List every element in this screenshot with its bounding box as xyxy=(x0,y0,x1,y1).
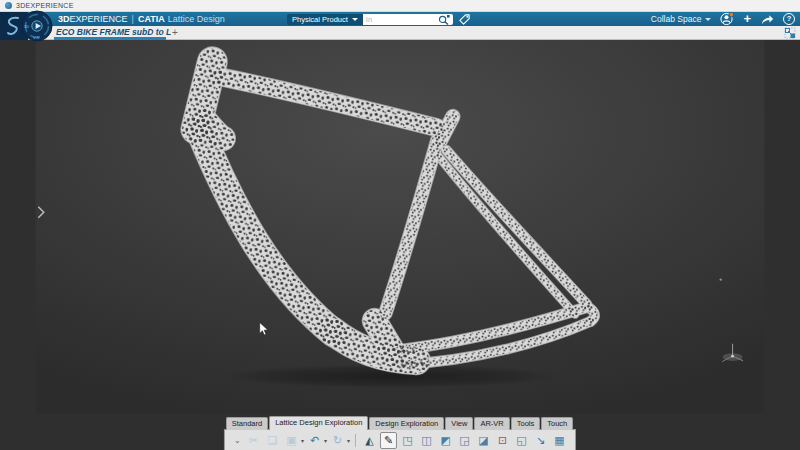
tab-view[interactable]: View xyxy=(445,417,473,430)
application-window: 3DEXPERIENCE 3DEXPERIENCE | CATIA Lattic… xyxy=(0,0,800,450)
brand: 3DEXPERIENCE | CATIA Lattice Design xyxy=(58,12,225,26)
top-app-bar: 3DEXPERIENCE | CATIA Lattice Design Phys… xyxy=(0,12,800,26)
collab-space-dropdown[interactable]: Collab Space xyxy=(651,14,712,24)
lattice-sample-icon-group: ◭ xyxy=(361,432,378,449)
dropdown-arrow-icon[interactable]: ▾ xyxy=(324,437,327,444)
paste-icon[interactable]: ▣ xyxy=(283,432,300,449)
compass-label-left: 3D xyxy=(24,24,29,29)
brand-divider: | xyxy=(132,14,134,24)
toolbar-overflow-icon-group: ⌄ xyxy=(232,432,243,449)
tab-design-exploration[interactable]: Design Exploration xyxy=(369,417,444,430)
tab-standard[interactable]: Standard xyxy=(226,417,268,430)
cube-magnifier-icon-group: ◱ xyxy=(513,432,530,449)
cut-icon[interactable]: ✂ xyxy=(245,432,262,449)
node-link-icon-group: ↘ xyxy=(532,432,549,449)
cube-zoom-icon-group: ◲ xyxy=(456,432,473,449)
edit-pencil-icon-group: ✎ xyxy=(380,432,397,449)
search-scope-label: Physical Product xyxy=(292,15,348,24)
app-bar-right: Collab Space + ? xyxy=(651,12,795,26)
search-input[interactable] xyxy=(363,15,438,24)
cube-face-icon[interactable]: ◫ xyxy=(418,432,435,449)
dropdown-arrow-icon[interactable]: ▾ xyxy=(301,437,304,444)
cube-zoom-icon[interactable]: ◲ xyxy=(456,432,473,449)
brand-product-bold: 3D xyxy=(58,14,70,24)
cut-icon-group: ✂ xyxy=(245,432,262,449)
compass-icon[interactable]: 3D V.R xyxy=(21,10,53,42)
document-tab[interactable]: ECO BIKE FRAME subD to L xyxy=(56,26,171,37)
paste-icon-group: ▣▾ xyxy=(283,432,304,449)
update-icon-group: ↻▾ xyxy=(329,432,350,449)
undo-icon-group: ↶▾ xyxy=(306,432,327,449)
cube-corner-icon[interactable]: ◩ xyxy=(437,432,454,449)
window-title-bar: 3DEXPERIENCE xyxy=(0,0,800,12)
toolbar-separator xyxy=(355,434,356,447)
cube-rotate-icon[interactable]: ◳ xyxy=(399,432,416,449)
cube-corner-icon-group: ◩ xyxy=(437,432,454,449)
help-icon[interactable]: ? xyxy=(783,13,795,25)
tab-ar-vr[interactable]: AR-VR xyxy=(474,417,509,430)
document-tab-label: ECO BIKE FRAME subD to L xyxy=(56,27,171,37)
dropdown-arrow-icon[interactable]: ▾ xyxy=(347,437,350,444)
cube-red-dot-icon-group: ⊡ xyxy=(494,432,511,449)
cube-face-icon-group: ◫ xyxy=(418,432,435,449)
copy-icon-group: ❏ xyxy=(264,432,281,449)
cube-magnifier-icon[interactable]: ◱ xyxy=(513,432,530,449)
viewport-3d[interactable]: StandardLattice Design ExplorationDesign… xyxy=(0,40,800,450)
compass-label-bottom: V.R xyxy=(33,35,39,40)
cube-red-dot-icon[interactable]: ⊡ xyxy=(494,432,511,449)
action-bar: StandardLattice Design ExplorationDesign… xyxy=(224,415,576,450)
debris-speck xyxy=(720,278,722,280)
edit-pencil-icon[interactable]: ✎ xyxy=(380,432,397,449)
eraser-icon[interactable]: ◪ xyxy=(475,432,492,449)
toolbar-overflow-icon[interactable]: ⌄ xyxy=(232,432,243,449)
new-tab-button[interactable]: + xyxy=(172,26,178,39)
copy-icon[interactable]: ❏ xyxy=(264,432,281,449)
undo-icon[interactable]: ↶ xyxy=(306,432,323,449)
add-icon[interactable]: + xyxy=(743,12,751,26)
collab-space-label: Collab Space xyxy=(651,14,702,24)
node-link-icon[interactable]: ↘ xyxy=(532,432,549,449)
chevron-down-icon xyxy=(705,18,711,21)
user-avatar-icon[interactable] xyxy=(720,12,734,26)
expand-widget-icon[interactable] xyxy=(784,27,796,39)
tab-tools[interactable]: Tools xyxy=(511,417,541,430)
action-bar-tabs: StandardLattice Design ExplorationDesign… xyxy=(226,416,575,430)
brand-product-rest: EXPERIENCE xyxy=(70,14,128,24)
lattice-sample-icon[interactable]: ◭ xyxy=(361,432,378,449)
tab-touch[interactable]: Touch xyxy=(541,417,573,430)
window-title: 3DEXPERIENCE xyxy=(16,2,74,9)
brand-app: CATIA xyxy=(138,14,165,24)
wireframe-cube-icon[interactable]: ▦ xyxy=(551,432,568,449)
search-icon[interactable] xyxy=(438,14,451,26)
search-scope-dropdown[interactable]: Physical Product xyxy=(287,14,363,25)
search-box xyxy=(363,14,453,25)
cube-rotate-icon-group: ◳ xyxy=(399,432,416,449)
chevron-down-icon xyxy=(352,18,358,21)
action-bar-icons: ⌄✂❏▣▾↶▾↻▾◭✎◳◫◩◲◪⊡◱↘▦ xyxy=(224,429,576,450)
update-icon[interactable]: ↻ xyxy=(329,432,346,449)
brand-module: Lattice Design xyxy=(168,14,225,24)
document-tab-bar: ECO BIKE FRAME subD to L + xyxy=(0,26,800,40)
wireframe-cube-icon-group: ▦ xyxy=(551,432,568,449)
tab-lattice-design-exploration[interactable]: Lattice Design Exploration xyxy=(269,416,368,430)
share-icon[interactable] xyxy=(760,13,774,25)
eraser-icon-group: ◪ xyxy=(475,432,492,449)
app-logo-icon xyxy=(5,2,12,9)
tag-icon[interactable] xyxy=(458,13,471,26)
top-search-bar: Physical Product xyxy=(287,14,471,25)
viewport-canvas xyxy=(0,40,800,450)
